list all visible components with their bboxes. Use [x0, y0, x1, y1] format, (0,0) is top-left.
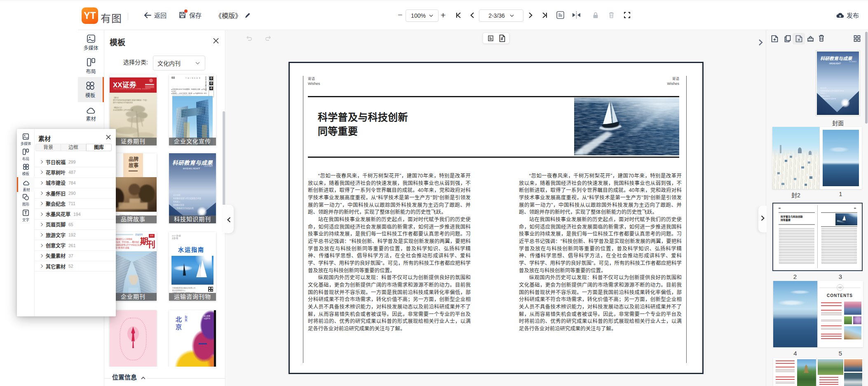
- svg-text:#: #: [501, 37, 503, 41]
